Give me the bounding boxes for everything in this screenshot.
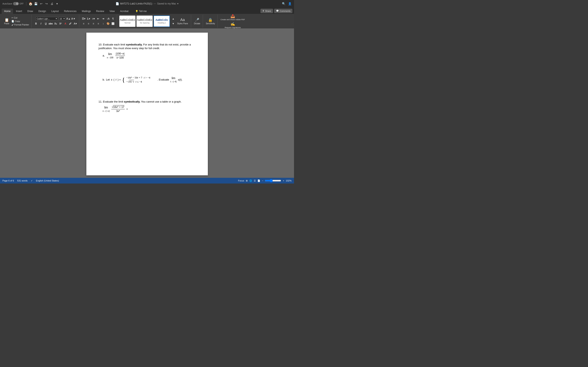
denominator-10a: x−100 [116, 56, 124, 59]
paste-button[interactable]: 📋 Paste [3, 16, 10, 27]
style-normal[interactable]: AaBbCcDdEe Normal [119, 16, 136, 27]
align-right-button[interactable]: ≡ [91, 21, 95, 26]
print-icon[interactable]: 🖨 [50, 2, 54, 6]
tab-review[interactable]: Review [94, 8, 107, 14]
create-share-button[interactable]: 📤 Create and Share Adobe PDF [220, 13, 246, 21]
underline-button[interactable]: U [43, 21, 48, 26]
borders-button[interactable]: ⬜ [111, 21, 115, 26]
language[interactable]: English (United States) [36, 179, 59, 182]
home-icon[interactable]: 🏠 [29, 2, 33, 6]
more-icon[interactable]: ▾ [55, 2, 59, 6]
styles-scroll-down[interactable]: ▼ [171, 21, 175, 26]
saved-dropdown[interactable]: ▾ [177, 2, 178, 5]
autosave-toggle[interactable] [13, 2, 19, 5]
font-color-button[interactable]: A▾ [73, 21, 77, 26]
problem-10-label: 10. Evaluate each limit symbolically. Fo… [99, 43, 196, 50]
tab-references[interactable]: References [61, 8, 79, 14]
profile-icon[interactable]: 👤 [288, 2, 292, 6]
style-heading1[interactable]: AaBbCcDc Heading 1 [154, 16, 170, 27]
autosave-label: AutoSave [2, 2, 12, 5]
zoom-out-icon[interactable]: − [262, 179, 263, 182]
redo-icon[interactable]: ↪ [45, 2, 48, 6]
subscript-button[interactable]: X₂ [53, 21, 58, 26]
decrease-font-button[interactable]: A▼ [71, 17, 76, 21]
problem-10a: a. lim x→100 |100−x| x−100 [103, 52, 196, 59]
line-spacing-button[interactable]: ↕ [101, 21, 105, 26]
sensitivity-group: 🔒 Sensitivity [203, 15, 218, 28]
view-mode-icon[interactable]: ⊞ [246, 179, 248, 182]
problem-10b-label: b. [103, 78, 105, 82]
problem-10b-content: b. Let s(t) = { −16t² − 50t + 7 t > −4 [103, 76, 196, 83]
show-formatting-button[interactable]: ¶ [111, 17, 115, 21]
bullets-button[interactable]: ☰▾ [81, 17, 86, 21]
comments-icon: 💬 [276, 9, 279, 12]
problem-10a-content: a. lim x→100 |100−x| x−100 [103, 52, 196, 59]
italic-button[interactable]: I [39, 21, 43, 26]
sensitivity-button[interactable]: 🔒 Sensitivity [205, 16, 216, 27]
align-center-button[interactable]: ≡ [86, 21, 91, 26]
tab-view[interactable]: View [107, 8, 117, 14]
font-family-selector[interactable]: Calibri Ligh... ▾ [35, 17, 58, 20]
view-document-icon[interactable]: 📄 [258, 179, 260, 182]
tell-me[interactable]: 💡 Tell me [133, 8, 149, 14]
view-list-icon[interactable]: ☰ [254, 179, 256, 182]
word-count: 531 words [17, 179, 27, 182]
styles-scroll-up[interactable]: ▲ [171, 17, 175, 21]
align-left-button[interactable]: ≡ [81, 21, 86, 26]
styles-group: AaBbCcDdEe Normal AaBbCcDdEe No Spacing … [117, 15, 191, 28]
undo-icon[interactable]: ↩ [39, 2, 43, 6]
sort-button[interactable]: ↕A [106, 17, 110, 21]
problem-10-number: 10. [99, 43, 103, 46]
tab-draw[interactable]: Draw [25, 8, 35, 14]
format-painter-button[interactable]: 🖌 Format Painter [11, 23, 30, 26]
tab-insert[interactable]: Insert [13, 8, 25, 14]
zoom-in-icon[interactable]: + [283, 179, 284, 182]
comments-button[interactable]: 💬 Comments [274, 9, 292, 13]
strikethrough-button[interactable]: abc [48, 21, 53, 26]
shading-button[interactable]: 🎨 [106, 21, 110, 26]
document-area[interactable]: 10. Evaluate each limit symbolically. Fo… [0, 29, 294, 178]
autosave-control[interactable]: AutoSave OFF [2, 2, 24, 5]
case-1: −16t² − 50t + 7 t > −4 [126, 76, 156, 80]
save-icon[interactable]: 💾 [34, 2, 38, 6]
copy-button[interactable]: 📑 Copy [11, 20, 30, 23]
zoom-slider[interactable] [265, 179, 281, 182]
style-no-spacing[interactable]: AaBbCcDdEe No Spacing [136, 16, 153, 27]
focus-button[interactable]: Focus [238, 179, 244, 182]
tab-layout[interactable]: Layout [49, 8, 61, 14]
tab-home[interactable]: Home [2, 8, 13, 14]
tab-design[interactable]: Design [36, 8, 48, 14]
increase-font-button[interactable]: A▲ [66, 17, 71, 21]
para-row1: ☰▾ 1.▾ ≡▾ ⇤ ⇥ ↕A ¶ [81, 17, 115, 21]
increase-indent-button[interactable]: ⇥ [101, 17, 105, 21]
view-web-icon[interactable]: 🌐 [249, 179, 252, 182]
styles-pane-button[interactable]: Aa Styles Pane [176, 17, 189, 25]
denominator-11: 3x³ [116, 109, 120, 113]
status-bar: Page 6 of 6 531 words ✓ English (United … [0, 178, 294, 184]
highlight-button[interactable]: 🖊 [68, 21, 72, 26]
request-signatures-button[interactable]: ✍ Request Signatures [224, 21, 242, 29]
search-icon[interactable]: 🔍 [282, 2, 285, 6]
cut-button[interactable]: ✂ Cut [11, 16, 30, 19]
share-icon: ⬆ [262, 9, 264, 12]
share-button[interactable]: ⬆ Share [260, 9, 273, 13]
problem-11-number: 11. [99, 100, 103, 103]
decrease-indent-button[interactable]: ⇤ [96, 17, 100, 21]
tab-mailings[interactable]: Mailings [79, 8, 93, 14]
clipboard-group: 📋 Paste ✂ Cut 📑 Copy 🖌 Format Painter [2, 15, 32, 28]
ribbon-tabs: Home Insert Draw Design Layout Reference… [0, 7, 294, 14]
tab-acrobat[interactable]: Acrobat [118, 8, 131, 14]
superscript-button[interactable]: X² [58, 21, 63, 26]
sensitivity-icon: 🔒 [208, 18, 213, 22]
multilevel-button[interactable]: ≡▾ [91, 17, 95, 21]
justify-button[interactable]: ≡ [96, 21, 100, 26]
title-bar-center: 📄 MAT271-Lab2-Limits-FA20(1) — Saved to … [116, 2, 179, 5]
numbering-button[interactable]: 1.▾ [86, 17, 91, 21]
spelling-icon[interactable]: ✓ [31, 179, 33, 182]
text-color-button[interactable]: A [63, 21, 68, 26]
bold-button[interactable]: B [34, 21, 38, 26]
font-size-selector[interactable]: 16 ▾ [58, 17, 66, 20]
dictate-button[interactable]: 🎤 Dictate [193, 16, 201, 27]
saved-status: Saved to my Mac [157, 2, 176, 5]
doc-title: MAT271-Lab2-Limits-FA20(1) [120, 2, 152, 5]
